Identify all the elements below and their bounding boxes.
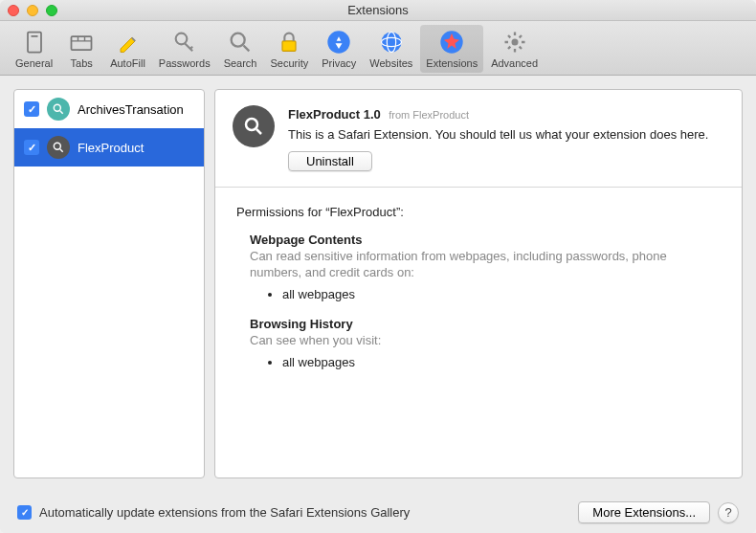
extension-name: FlexProduct bbox=[78, 141, 144, 155]
passwords-icon bbox=[171, 29, 198, 56]
svg-point-13 bbox=[54, 143, 60, 149]
window-title: Extensions bbox=[347, 3, 409, 17]
detail-from: from FlexProduct bbox=[389, 109, 469, 121]
toolbar-general[interactable]: General bbox=[10, 25, 58, 73]
permission-title: Browsing History bbox=[250, 317, 721, 331]
close-window-button[interactable] bbox=[8, 5, 19, 16]
detail-description: This is a Safari Extension. You should t… bbox=[288, 126, 724, 144]
autofill-icon bbox=[114, 29, 141, 56]
websites-icon bbox=[378, 29, 405, 56]
permissions-section: Permissions for “FlexProduct”: Webpage C… bbox=[215, 188, 742, 402]
toolbar-security[interactable]: Security bbox=[264, 25, 314, 73]
permission-browsing-history: Browsing History Can see when you visit:… bbox=[236, 317, 721, 369]
permission-title: Webpage Contents bbox=[250, 233, 721, 247]
minimize-window-button[interactable] bbox=[27, 5, 38, 16]
footer: Automatically update extensions from the… bbox=[0, 492, 756, 533]
extension-enabled-checkbox[interactable] bbox=[24, 140, 39, 155]
extension-enabled-checkbox[interactable] bbox=[24, 101, 39, 117]
toolbar-extensions[interactable]: Extensions bbox=[420, 25, 483, 73]
general-icon bbox=[21, 29, 48, 56]
toolbar-passwords[interactable]: Passwords bbox=[153, 25, 216, 73]
permission-item: all webpages bbox=[282, 355, 721, 369]
preferences-toolbar: General Tabs AutoFill Passwords Search S… bbox=[0, 21, 756, 76]
detail-extension-icon bbox=[233, 105, 275, 147]
svg-rect-0 bbox=[28, 33, 41, 53]
content-area: ArchivesTransation FlexProduct FlexProdu… bbox=[0, 76, 756, 492]
svg-rect-2 bbox=[72, 36, 92, 50]
permission-description: Can read sensitive information from webp… bbox=[250, 249, 721, 281]
auto-update-checkbox[interactable] bbox=[17, 505, 32, 520]
traffic-lights bbox=[8, 5, 57, 16]
toolbar-privacy[interactable]: Privacy bbox=[316, 25, 362, 73]
extension-name: ArchivesTransation bbox=[78, 102, 184, 117]
svg-point-11 bbox=[511, 39, 518, 46]
svg-point-3 bbox=[175, 33, 187, 45]
toolbar-websites[interactable]: Websites bbox=[364, 25, 418, 73]
toolbar-advanced[interactable]: Advanced bbox=[485, 25, 544, 73]
titlebar: Extensions bbox=[0, 0, 756, 21]
toolbar-autofill[interactable]: AutoFill bbox=[104, 25, 151, 73]
extensions-icon bbox=[438, 29, 465, 56]
permission-list: all webpages bbox=[250, 287, 721, 301]
permission-description: Can see when you visit: bbox=[250, 333, 721, 349]
svg-point-14 bbox=[246, 119, 257, 130]
toolbar-search[interactable]: Search bbox=[218, 25, 263, 73]
privacy-icon bbox=[325, 29, 352, 56]
permission-list: all webpages bbox=[250, 355, 721, 369]
toolbar-tabs[interactable]: Tabs bbox=[60, 25, 102, 73]
sidebar-item-flexproduct[interactable]: FlexProduct bbox=[14, 128, 204, 167]
detail-info: FlexProduct 1.0 from FlexProduct This is… bbox=[288, 105, 724, 171]
uninstall-button[interactable]: Uninstall bbox=[288, 151, 372, 171]
svg-point-7 bbox=[381, 33, 401, 53]
security-icon bbox=[276, 29, 302, 56]
extensions-sidebar: ArchivesTransation FlexProduct bbox=[13, 89, 205, 478]
more-extensions-button[interactable]: More Extensions... bbox=[578, 501, 710, 523]
svg-point-12 bbox=[54, 104, 60, 111]
auto-update-label: Automatically update extensions from the… bbox=[39, 505, 570, 520]
zoom-window-button[interactable] bbox=[46, 5, 57, 16]
svg-rect-5 bbox=[282, 41, 296, 52]
permission-item: all webpages bbox=[282, 287, 721, 301]
extension-icon bbox=[47, 136, 70, 159]
tabs-icon bbox=[68, 29, 95, 56]
permission-webpage-contents: Webpage Contents Can read sensitive info… bbox=[236, 233, 721, 301]
svg-point-4 bbox=[232, 33, 245, 47]
advanced-icon bbox=[501, 29, 528, 56]
detail-title: FlexProduct 1.0 bbox=[288, 107, 381, 122]
extension-icon bbox=[47, 98, 70, 121]
detail-header: FlexProduct 1.0 from FlexProduct This is… bbox=[215, 90, 742, 188]
extension-detail-panel: FlexProduct 1.0 from FlexProduct This is… bbox=[214, 89, 743, 478]
svg-rect-1 bbox=[31, 35, 37, 37]
search-icon bbox=[227, 29, 254, 56]
preferences-window: Extensions General Tabs AutoFill Passwor… bbox=[0, 0, 756, 533]
sidebar-item-archives[interactable]: ArchivesTransation bbox=[14, 90, 204, 128]
svg-point-6 bbox=[328, 31, 350, 53]
permissions-heading: Permissions for “FlexProduct”: bbox=[236, 205, 721, 219]
help-button[interactable]: ? bbox=[718, 502, 739, 523]
